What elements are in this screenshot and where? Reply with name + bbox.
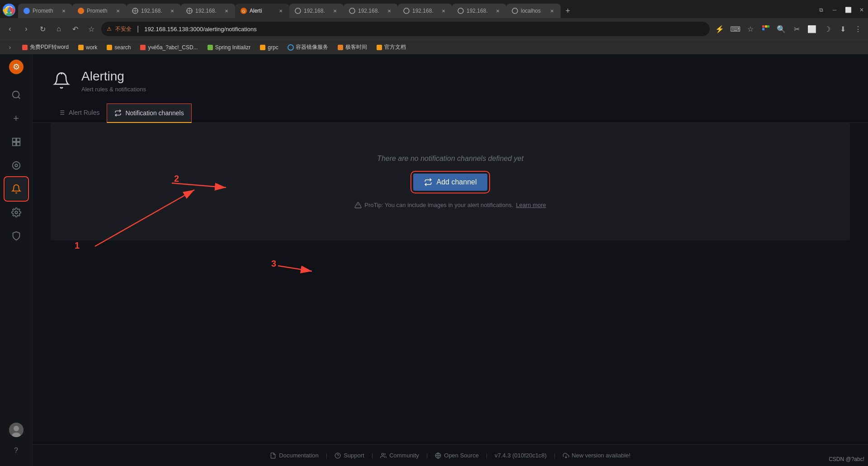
home-button[interactable]: ⌂ bbox=[52, 23, 65, 35]
tab-notification-channels[interactable]: Notification channels bbox=[107, 104, 191, 123]
tab-3-close[interactable]: ✕ bbox=[169, 8, 175, 14]
profiles-icon[interactable] bbox=[760, 23, 772, 35]
tab-5-close[interactable]: ✕ bbox=[278, 8, 284, 14]
svg-text:G: G bbox=[242, 9, 245, 14]
history-back-button[interactable]: ↶ bbox=[69, 23, 81, 35]
back-button[interactable]: ‹ bbox=[4, 23, 16, 35]
search-icon[interactable]: 🔍 bbox=[775, 23, 788, 35]
toolbar-icons: ⚡ ⌨ ☆ 🔍 ✂ ⬜ ☽ ⬇ ⋮ bbox=[713, 23, 864, 35]
lightning-icon[interactable]: ⚡ bbox=[713, 23, 726, 35]
bookmark-star-button[interactable]: ☆ bbox=[85, 23, 98, 35]
tab-9-close[interactable]: ✕ bbox=[495, 8, 501, 14]
tab-strip-btn[interactable]: ⧉ bbox=[815, 4, 827, 16]
svg-point-13 bbox=[295, 8, 301, 14]
sidebar-item-explore[interactable] bbox=[5, 155, 27, 176]
tab-9-favicon bbox=[458, 8, 464, 14]
sidebar-item-dashboards[interactable] bbox=[5, 131, 27, 153]
tab-4[interactable]: 192.168. ✕ bbox=[181, 4, 235, 18]
tabs-container: Prometh ✕ Prometh ✕ 192.168. ✕ bbox=[18, 2, 811, 18]
add-channel-button[interactable]: Add channel bbox=[413, 174, 488, 191]
bookmark-geek[interactable]: 极客时间 bbox=[334, 42, 371, 52]
bookmark-spring[interactable]: Spring Initializr bbox=[203, 43, 255, 52]
footer-sep-2: | bbox=[372, 452, 373, 459]
bookmarks-bar: › 免费PDF转word work search учёба_?abc!_CSD… bbox=[0, 40, 868, 54]
tab-2-title: Prometh bbox=[87, 8, 112, 14]
cut-icon[interactable]: ✂ bbox=[790, 23, 803, 35]
bookmark-grpc[interactable]: grpc bbox=[256, 43, 282, 52]
browser-logo bbox=[0, 1, 18, 19]
dark-mode-icon[interactable]: ☽ bbox=[821, 23, 834, 35]
svg-point-17 bbox=[512, 8, 518, 14]
tab-9[interactable]: 192.168. ✕ bbox=[452, 4, 506, 18]
refresh-button[interactable]: ↻ bbox=[36, 23, 49, 35]
app-layout: ⚙ + bbox=[0, 54, 868, 466]
footer-documentation[interactable]: Documentation bbox=[270, 452, 318, 459]
learn-more-link[interactable]: Learn more bbox=[516, 202, 546, 208]
svg-rect-20 bbox=[767, 25, 769, 28]
page-subtitle: Alert rules & notifications bbox=[81, 86, 146, 93]
tab-1[interactable]: Prometh ✕ bbox=[18, 4, 72, 18]
tab-5-active[interactable]: G Alerti ✕ bbox=[235, 4, 289, 18]
bookmark-icon[interactable]: ☆ bbox=[744, 23, 757, 35]
svg-point-40 bbox=[15, 164, 18, 167]
avatar[interactable] bbox=[9, 423, 24, 437]
tab-6-close[interactable]: ✕ bbox=[332, 8, 338, 14]
new-tab-button[interactable]: + bbox=[561, 4, 575, 18]
forward-button[interactable]: › bbox=[20, 23, 33, 35]
bookmark-csdn[interactable]: учёба_?abc!_CSD... bbox=[136, 43, 201, 52]
tab-3[interactable]: 192.168. ✕ bbox=[127, 4, 181, 18]
sidebar-item-create[interactable]: + bbox=[5, 108, 27, 129]
svg-point-41 bbox=[15, 211, 18, 214]
footer-new-version-label: New version available! bbox=[572, 452, 631, 459]
tab-4-close[interactable]: ✕ bbox=[223, 8, 230, 14]
tab-2-close[interactable]: ✕ bbox=[115, 8, 121, 14]
pdf-icon[interactable]: ⬜ bbox=[806, 23, 818, 35]
empty-state-text: There are no notification channels defin… bbox=[377, 155, 524, 163]
footer-community[interactable]: Community bbox=[380, 452, 419, 459]
download-icon[interactable]: ⬇ bbox=[836, 23, 849, 35]
sidebar-item-settings[interactable] bbox=[5, 202, 27, 223]
tab-5-title: Alerti bbox=[250, 8, 275, 14]
footer-opensource[interactable]: Open Source bbox=[435, 452, 479, 459]
tab-8[interactable]: 192.168. ✕ bbox=[398, 4, 452, 18]
bookmark-docs[interactable]: 官方文档 bbox=[373, 42, 410, 52]
close-btn[interactable]: ✕ bbox=[855, 4, 868, 16]
bookmark-search[interactable]: search bbox=[103, 43, 134, 52]
tab-7-close[interactable]: ✕ bbox=[386, 8, 392, 14]
tab-8-close[interactable]: ✕ bbox=[440, 8, 447, 14]
grafana-logo[interactable]: ⚙ bbox=[7, 58, 25, 76]
tab-1-close[interactable]: ✕ bbox=[61, 8, 67, 14]
tab-6[interactable]: 192.168. ✕ bbox=[289, 4, 344, 18]
svg-rect-26 bbox=[208, 45, 213, 50]
sidebar-item-shield[interactable] bbox=[5, 225, 27, 247]
page-header: Alerting Alert rules & notifications bbox=[33, 54, 868, 104]
sidebar-item-help[interactable]: ? bbox=[5, 440, 27, 461]
tab-4-title: 192.168. bbox=[195, 8, 221, 14]
add-channel-label: Add channel bbox=[437, 178, 477, 186]
browser-toolbar: ‹ › ↻ ⌂ ↶ ☆ ⚠ 不安全 | 192.168.156.138:3000… bbox=[0, 18, 868, 40]
bookmark-pdf[interactable]: 免费PDF转word bbox=[18, 42, 72, 52]
tab-5-favicon: G bbox=[241, 8, 247, 14]
tab-10[interactable]: localhos ✕ bbox=[506, 4, 561, 18]
svg-line-34 bbox=[18, 97, 20, 99]
sidebar-item-alerting[interactable] bbox=[5, 178, 27, 200]
footer-new-version[interactable]: New version available! bbox=[563, 452, 631, 459]
restore-btn[interactable]: ⬜ bbox=[842, 4, 854, 16]
svg-rect-19 bbox=[765, 25, 767, 28]
tab-7[interactable]: 192.168. ✕ bbox=[344, 4, 398, 18]
tab-10-close[interactable]: ✕ bbox=[549, 8, 555, 14]
bookmark-work[interactable]: work bbox=[74, 43, 101, 52]
tab-7-favicon bbox=[349, 8, 355, 14]
tab-2[interactable]: Prometh ✕ bbox=[72, 4, 127, 18]
menu-icon[interactable]: ⋮ bbox=[852, 23, 864, 35]
translate-icon[interactable]: ⌨ bbox=[729, 23, 741, 35]
minimize-btn[interactable]: ─ bbox=[828, 4, 841, 16]
footer-support[interactable]: Support bbox=[335, 452, 364, 459]
footer-opensource-label: Open Source bbox=[444, 452, 479, 459]
sidebar-item-search[interactable] bbox=[5, 84, 27, 106]
tab-alert-rules[interactable]: Alert Rules bbox=[51, 104, 107, 122]
bookmarks-expand[interactable]: › bbox=[4, 41, 16, 54]
bookmark-container[interactable]: 容器镜像服务 bbox=[284, 42, 332, 52]
main-content: Alerting Alert rules & notifications Ale… bbox=[33, 54, 868, 466]
address-bar[interactable]: ⚠ 不安全 | 192.168.156.138:3000/alerting/no… bbox=[101, 22, 710, 36]
